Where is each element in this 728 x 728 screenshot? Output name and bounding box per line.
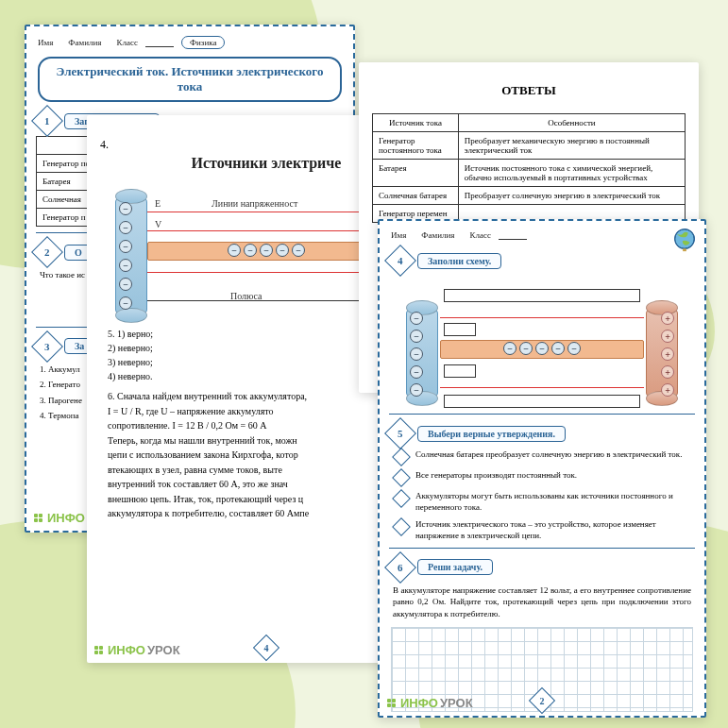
worksheet-page-4: Имя Фамилия Класс 4 Заполни схему. −−−−−… [378, 219, 706, 718]
table-cell: Преобразует солнечную энергию в электрич… [458, 187, 685, 205]
poles-line [147, 300, 385, 301]
label-surname: Фамилия [68, 38, 101, 47]
field-line [440, 317, 644, 318]
table-cell: Батарея [373, 160, 459, 187]
statements-block: Солнечная батарея преобразует солнечную … [391, 449, 693, 542]
checkbox-diamond[interactable] [392, 468, 411, 487]
svg-rect-2 [683, 248, 686, 251]
task-label-5: Выбери верные утверждения. [417, 426, 566, 442]
infourok-logo: ИНФОУРОК [387, 696, 473, 710]
task-number-3: 3 [31, 330, 63, 363]
task6-text: В аккумуляторе напряжение составляет 12 … [385, 583, 699, 622]
table-cell: Источник постоянного тока с химической э… [458, 160, 685, 187]
checkbox-diamond[interactable] [392, 517, 411, 536]
task-number-4: 4 [384, 245, 416, 277]
conductor-bar: −−−−− [440, 340, 644, 359]
blank-label-box [444, 323, 476, 336]
field-line [147, 230, 385, 231]
task-number-5: 5 [384, 417, 416, 449]
blank-bar-bottom [444, 395, 640, 408]
minus-charges: −−−−−− [119, 202, 132, 310]
blank-class [145, 38, 174, 47]
plus-charges: +++++ [661, 312, 674, 397]
field-line [147, 212, 385, 212]
page-number: 4 [257, 638, 276, 657]
header-row: Имя Фамилия Класс [385, 227, 699, 242]
divider [389, 548, 695, 549]
infourok-logo: ИНФОУРОК [94, 643, 180, 657]
label-name: Имя [38, 38, 53, 47]
task-number-6: 6 [384, 551, 416, 584]
task-number-2: 2 [31, 236, 63, 268]
conductor-bar: −−−−− [147, 242, 385, 261]
task-label-4: Заполни схему. [417, 253, 501, 269]
label-class: Класс [116, 38, 137, 47]
table-header: Источник тока [373, 114, 459, 132]
statement-text: Все генераторы производят постоянный ток… [415, 469, 577, 481]
checkbox-diamond[interactable] [392, 489, 411, 508]
answers-table: Источник токаОсобенности Генератор посто… [372, 113, 686, 223]
answers-title: ОТВЕТЫ [372, 83, 686, 98]
blank-bar-top [444, 289, 640, 302]
statement-text: Аккумуляторы могут быть использованы как… [415, 490, 693, 513]
task-label-6: Реши задачу. [417, 559, 493, 575]
statement-text: Источник электрического тока – это устро… [415, 518, 693, 541]
label-field-lines: Линии напряженност [212, 198, 297, 209]
label-name: Имя [391, 230, 406, 240]
table-header: Особенности [458, 114, 685, 132]
page-number: 2 [533, 691, 551, 710]
checkbox-diamond[interactable] [392, 448, 411, 466]
label-surname: Фамилия [421, 230, 454, 240]
table-cell: Солнечная батарея [373, 187, 459, 205]
section-number: 4. [100, 138, 109, 152]
table-cell: Генератор постоянного тока [373, 132, 459, 160]
header-row: Имя Фамилия Класс Физика [32, 32, 347, 51]
fill-scheme-diagram: −−−−− +++++ −−−−− [391, 276, 693, 408]
blank-class [499, 230, 527, 240]
divider [389, 414, 695, 415]
subject-tag: Физика [181, 36, 226, 49]
globe-icon [670, 225, 699, 253]
statement-text: Солнечная батарея преобразует солнечную … [415, 449, 682, 460]
label-poles: Полюса [230, 291, 262, 301]
blank-label-box [444, 364, 476, 378]
field-line [440, 387, 644, 388]
table-cell: Преобразует механическую энергию в посто… [458, 132, 685, 160]
page-title: Электрический ток. Источники электрическ… [38, 57, 342, 102]
label-V: V [155, 219, 161, 229]
minus-charges: −−−−− [410, 312, 423, 397]
label-class: Класс [469, 230, 490, 240]
field-line [147, 272, 385, 273]
label-E: E [155, 198, 161, 209]
task-number-1: 1 [31, 105, 63, 137]
